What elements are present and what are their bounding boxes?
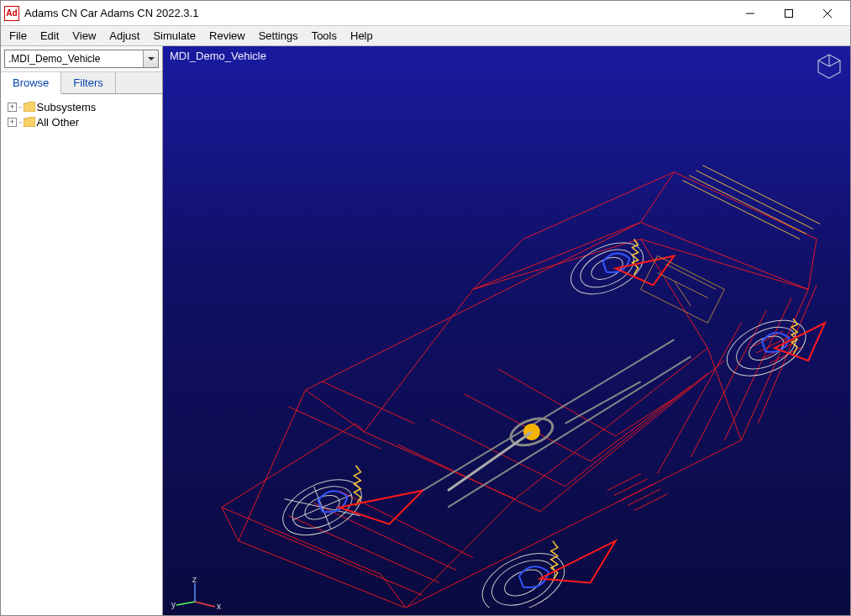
menu-file[interactable]: File xyxy=(3,27,34,45)
axis-x-label: x xyxy=(217,602,221,610)
axis-z-label: z xyxy=(192,577,197,584)
main-area: .MDI_Demo_Vehicle Browse Filters + ·· Su… xyxy=(1,46,850,615)
tab-filters[interactable]: Filters xyxy=(61,72,115,93)
svg-line-21 xyxy=(176,602,195,605)
close-button[interactable] xyxy=(808,1,847,26)
svg-rect-1 xyxy=(785,9,793,17)
expand-icon[interactable]: + xyxy=(8,103,17,112)
svg-line-20 xyxy=(195,602,215,607)
menu-tools[interactable]: Tools xyxy=(305,27,344,45)
svg-point-14 xyxy=(575,242,639,295)
tree-item-label: Subsystems xyxy=(37,101,97,113)
tree-item-subsystems[interactable]: + ·· Subsystems xyxy=(4,99,159,114)
chevron-down-icon xyxy=(143,50,158,67)
tab-browse[interactable]: Browse xyxy=(1,72,61,94)
menu-bar: File Edit View Adjust Simulate Review Se… xyxy=(1,26,850,46)
expand-icon[interactable]: + xyxy=(8,118,17,127)
menu-help[interactable]: Help xyxy=(344,27,380,45)
axis-indicator-icon: x y z xyxy=(170,577,229,610)
tree-item-all-other[interactable]: + ·· All Other xyxy=(4,114,159,129)
minimize-button[interactable] xyxy=(731,1,770,26)
menu-settings[interactable]: Settings xyxy=(252,27,305,45)
model-tree[interactable]: + ·· Subsystems + ·· All Other xyxy=(1,94,162,615)
model-select-combo[interactable]: .MDI_Demo_Vehicle xyxy=(4,50,159,68)
folder-icon xyxy=(24,102,35,112)
tree-item-label: All Other xyxy=(37,116,80,129)
maximize-button[interactable] xyxy=(770,1,808,26)
title-bar: Ad Adams CN Car Adams CN 2022.3.1 xyxy=(1,1,850,26)
menu-view[interactable]: View xyxy=(66,27,102,45)
folder-icon xyxy=(24,117,35,127)
model-select-value: .MDI_Demo_Vehicle xyxy=(8,53,100,65)
app-icon: Ad xyxy=(4,6,19,21)
menu-adjust[interactable]: Adjust xyxy=(102,27,146,45)
menu-simulate[interactable]: Simulate xyxy=(146,27,202,45)
steering-marker-icon xyxy=(523,424,540,440)
window-controls xyxy=(731,1,847,26)
svg-point-10 xyxy=(473,541,573,608)
viewport-3d[interactable]: MDI_Demo_Vehicle xyxy=(163,46,850,615)
window-title: Adams CN Car Adams CN 2022.3.1 xyxy=(24,7,731,19)
browser-tabs: Browse Filters xyxy=(1,72,162,94)
model-select-row: .MDI_Demo_Vehicle xyxy=(1,46,162,72)
model-browser-panel: .MDI_Demo_Vehicle Browse Filters + ·· Su… xyxy=(1,46,163,615)
tree-connector: ·· xyxy=(18,118,22,127)
vehicle-wireframe xyxy=(171,71,842,608)
menu-review[interactable]: Review xyxy=(202,27,252,45)
axis-y-label: y xyxy=(171,600,176,609)
tree-connector: ·· xyxy=(18,103,22,112)
viewport-label: MDI_Demo_Vehicle xyxy=(170,50,266,62)
menu-edit[interactable]: Edit xyxy=(34,27,66,45)
